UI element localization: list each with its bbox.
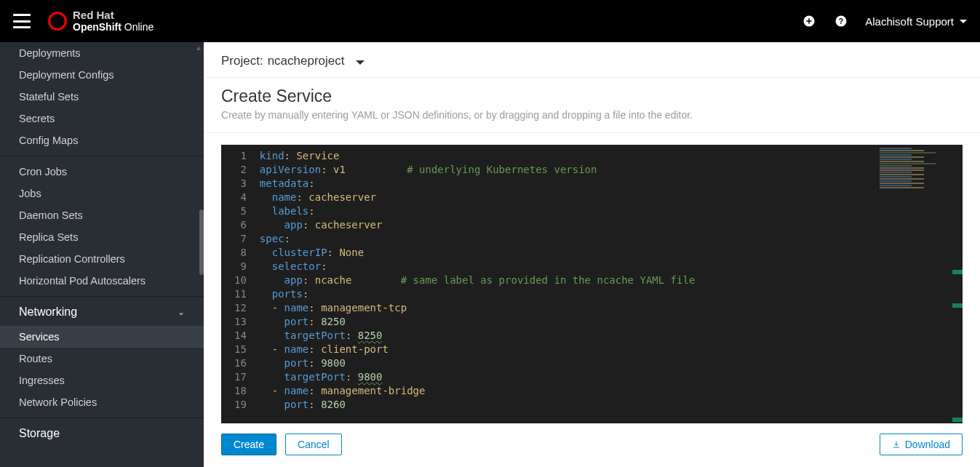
sidebar-item-jobs[interactable]: Jobs [0, 183, 204, 204]
sidebar: ▲ DeploymentsDeployment ConfigsStateful … [0, 42, 204, 467]
caret-down-icon [356, 60, 364, 65]
sidebar-section-networking[interactable]: Networking ⌄ [0, 296, 204, 326]
openshift-logo-icon [48, 12, 67, 31]
sidebar-item-stateful-sets[interactable]: Stateful Sets [0, 86, 204, 108]
editor-gutter: 12345678910111213141516171819 [221, 145, 255, 423]
hamburger-menu-button[interactable] [13, 14, 31, 28]
sidebar-scrollbar[interactable] [199, 209, 204, 275]
sidebar-item-config-maps[interactable]: Config Maps [0, 129, 204, 151]
sidebar-item-deployment-configs[interactable]: Deployment Configs [0, 64, 204, 86]
download-icon [892, 440, 901, 449]
page-title: Create Service [221, 87, 963, 106]
page-subtitle: Create by manually entering YAML or JSON… [221, 109, 963, 121]
sidebar-item-secrets[interactable]: Secrets [0, 108, 204, 129]
help-icon[interactable]: ? [833, 13, 849, 29]
create-button[interactable]: Create [221, 434, 276, 455]
page-header: Create Service Create by manually enteri… [204, 78, 980, 133]
sidebar-section-storage-label: Storage [19, 427, 60, 440]
chevron-down-icon: ⌄ [178, 307, 185, 317]
brand: Red Hat OpenShift Online [48, 9, 154, 33]
sidebar-item-network-policies[interactable]: Network Policies [0, 391, 204, 413]
sidebar-item-deployments[interactable]: Deployments [0, 42, 204, 64]
user-menu[interactable]: Alachisoft Support [865, 15, 967, 28]
user-name: Alachisoft Support [865, 15, 954, 28]
brand-vendor: Red Hat [73, 9, 114, 21]
cancel-button[interactable]: Cancel [285, 434, 342, 455]
project-bar: Project: ncacheproject [204, 42, 980, 78]
download-label: Download [905, 439, 950, 450]
sidebar-item-services[interactable]: Services [0, 326, 204, 348]
editor-overview-ruler [952, 145, 963, 423]
sidebar-item-daemon-sets[interactable]: Daemon Sets [0, 204, 204, 226]
brand-product: OpenShift [73, 21, 121, 33]
svg-text:?: ? [839, 17, 843, 25]
sidebar-section-storage[interactable]: Storage [0, 418, 204, 447]
footer: Create Cancel Download [204, 423, 980, 467]
editor-code[interactable]: kind: ServiceapiVersion: v1 # underlying… [255, 145, 963, 423]
sidebar-item-replica-sets[interactable]: Replica Sets [0, 226, 204, 248]
download-button[interactable]: Download [880, 434, 963, 455]
sidebar-item-horizontal-pod-autoscalers[interactable]: Horizontal Pod Autoscalers [0, 270, 204, 292]
top-header: Red Hat OpenShift Online ? Alachisoft Su… [0, 0, 980, 42]
sidebar-section-networking-label: Networking [19, 306, 77, 319]
sidebar-item-ingresses[interactable]: Ingresses [0, 370, 204, 391]
project-label: Project: [221, 54, 263, 68]
caret-down-icon [960, 20, 967, 23]
project-name: ncacheproject [268, 54, 345, 68]
sidebar-item-replication-controllers[interactable]: Replication Controllers [0, 248, 204, 270]
brand-edition: Online [124, 21, 154, 33]
sidebar-item-cron-jobs[interactable]: Cron Jobs [0, 161, 204, 183]
yaml-editor[interactable]: 12345678910111213141516171819 kind: Serv… [221, 145, 963, 423]
add-icon[interactable] [801, 13, 817, 29]
sidebar-item-routes[interactable]: Routes [0, 348, 204, 370]
scroll-up-arrow-icon[interactable]: ▲ [195, 44, 202, 52]
project-dropdown[interactable] [356, 54, 364, 68]
